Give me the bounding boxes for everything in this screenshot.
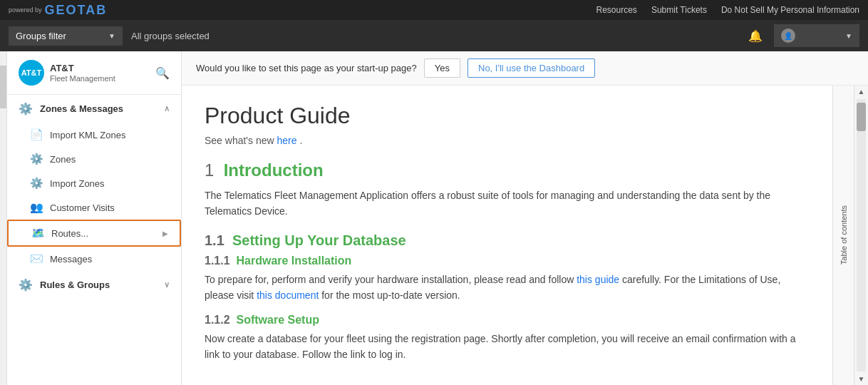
section-1-1-1-heading: 1.1.1 Hardware Installation bbox=[205, 255, 810, 267]
startup-question-text: Would you like to set this page as your … bbox=[196, 63, 417, 73]
sidebar-scroll-thumb bbox=[0, 66, 6, 108]
groups-filter-label: Groups filter bbox=[16, 31, 66, 41]
all-groups-text: All groups selected bbox=[131, 31, 210, 41]
sidebar-logo-name: AT&T bbox=[50, 63, 115, 74]
sidebar-search-icon[interactable]: 🔍 bbox=[155, 66, 170, 80]
nav-section-rules-groups[interactable]: ⚙️ Rules & Groups ∨ bbox=[7, 271, 181, 299]
att-logo-icon: AT&T bbox=[19, 60, 44, 86]
messages-icon: ✉️ bbox=[30, 252, 43, 265]
section-1-1-1-body: To prepare for, perform and verify your … bbox=[205, 272, 810, 304]
this-guide-link[interactable]: this guide bbox=[577, 274, 619, 285]
zones-messages-collapse-icon: ∧ bbox=[164, 104, 170, 113]
sidebar-logo-subtitle: Fleet Management bbox=[50, 74, 115, 83]
sidebar-logo: AT&T AT&T Fleet Management bbox=[19, 60, 115, 86]
scroll-thumb bbox=[857, 103, 866, 131]
import-zones-icon: ⚙️ bbox=[30, 177, 43, 190]
sidebar-item-customer-visits-label: Customer Visits bbox=[50, 202, 115, 213]
sidebar-item-zones-label: Zones bbox=[50, 154, 76, 165]
submit-tickets-link[interactable]: Submit Tickets bbox=[651, 5, 707, 15]
this-document-link[interactable]: this document bbox=[257, 289, 319, 301]
sidebar-item-routes[interactable]: 🗺️ Routes... ▶ bbox=[7, 220, 181, 247]
sidebar-item-messages[interactable]: ✉️ Messages bbox=[7, 247, 181, 271]
groups-filter-button[interactable]: Groups filter ▼ bbox=[9, 26, 123, 46]
resources-link[interactable]: Resources bbox=[596, 5, 637, 15]
zones-messages-icon: ⚙️ bbox=[19, 102, 33, 115]
scroll-down-icon[interactable]: ▼ bbox=[854, 373, 868, 385]
do-not-sell-link[interactable]: Do Not Sell My Personal Information bbox=[721, 5, 859, 15]
scroll-track bbox=[857, 99, 866, 371]
product-guide-title: Product Guide bbox=[205, 103, 810, 129]
sidebar-header: AT&T AT&T Fleet Management 🔍 bbox=[7, 51, 181, 95]
top-bar: powered by GEOTAB Resources Submit Ticke… bbox=[0, 0, 868, 20]
groups-filter-chevron-icon: ▼ bbox=[108, 32, 115, 40]
startup-bar: Would you like to set this page as your … bbox=[182, 51, 868, 86]
rules-groups-chevron-icon: ∨ bbox=[164, 280, 170, 289]
user-menu-button[interactable]: 👤 ▼ bbox=[774, 24, 859, 47]
sidebar-item-import-kml-zones[interactable]: 📄 Import KML Zones bbox=[7, 123, 181, 147]
zones-icon: ⚙️ bbox=[30, 153, 43, 165]
section-1-1-heading: 1.1 Setting Up Your Database bbox=[205, 232, 810, 249]
sidebar-item-routes-label: Routes... bbox=[51, 228, 88, 239]
startup-yes-button[interactable]: Yes bbox=[424, 58, 460, 78]
top-nav: Resources Submit Tickets Do Not Sell My … bbox=[596, 5, 859, 15]
sidebar-nav: ⚙️ Zones & Messages ∧ 📄 Import KML Zones… bbox=[7, 95, 181, 385]
sidebar-item-import-kml-zones-label: Import KML Zones bbox=[50, 130, 125, 140]
rules-groups-icon: ⚙️ bbox=[19, 278, 33, 292]
sidebar-item-zones[interactable]: ⚙️ Zones bbox=[7, 147, 181, 171]
content-area: Would you like to set this page as your … bbox=[182, 51, 868, 385]
user-avatar-icon: 👤 bbox=[781, 29, 795, 43]
geotab-logo: powered by GEOTAB bbox=[9, 3, 107, 18]
customer-visits-icon: 👥 bbox=[30, 201, 43, 214]
sidebar-item-import-zones-label: Import Zones bbox=[50, 178, 105, 189]
sidebar-scrollbar bbox=[0, 51, 7, 385]
sidebar-item-messages-label: Messages bbox=[50, 254, 92, 265]
startup-no-button[interactable]: No, I'll use the Dashboard bbox=[467, 58, 595, 78]
main-container: AT&T AT&T Fleet Management 🔍 ⚙️ Zones & … bbox=[0, 51, 868, 385]
sidebar-logo-text-block: AT&T Fleet Management bbox=[50, 63, 115, 83]
scroll-up-icon[interactable]: ▲ bbox=[854, 86, 868, 98]
section-1-heading: 1 Introduction bbox=[205, 160, 810, 180]
section-1-1-2-heading: 1.1.2 Software Setup bbox=[205, 314, 810, 327]
filter-bar-right: 🔔 👤 ▼ bbox=[748, 24, 859, 47]
section-1-body: The Telematics Fleet Management Applicat… bbox=[205, 188, 810, 220]
user-menu-chevron-icon: ▼ bbox=[845, 32, 852, 40]
see-whats-new-text: See what's new here . bbox=[205, 135, 810, 146]
sidebar: AT&T AT&T Fleet Management 🔍 ⚙️ Zones & … bbox=[7, 51, 182, 385]
toc-label: Table of contents bbox=[838, 200, 849, 270]
nav-section-zones-messages[interactable]: ⚙️ Zones & Messages ∧ bbox=[7, 95, 181, 123]
nav-section-rules-groups-label: Rules & Groups bbox=[40, 279, 110, 290]
filter-bar: Groups filter ▼ All groups selected 🔔 👤 … bbox=[0, 20, 868, 51]
sidebar-item-import-zones[interactable]: ⚙️ Import Zones bbox=[7, 171, 181, 195]
geotab-brand: GEOTAB bbox=[45, 3, 108, 18]
section-1-1-2-body: Now create a database for your fleet usi… bbox=[205, 331, 810, 363]
content-scroll-area: Product Guide See what's new here . 1 In… bbox=[182, 86, 832, 385]
notification-bell-icon[interactable]: 🔔 bbox=[748, 29, 763, 43]
import-kml-zones-icon: 📄 bbox=[30, 128, 43, 141]
routes-chevron-icon: ▶ bbox=[162, 230, 168, 237]
content-scrollbar: ▲ ▼ bbox=[854, 86, 868, 385]
sidebar-item-customer-visits[interactable]: 👥 Customer Visits bbox=[7, 195, 181, 220]
toc-side-panel[interactable]: Table of contents bbox=[832, 86, 854, 385]
routes-icon: 🗺️ bbox=[31, 227, 44, 240]
see-whats-new-link[interactable]: here bbox=[277, 135, 297, 146]
powered-by-text: powered by bbox=[9, 6, 42, 14]
nav-section-zones-label: Zones & Messages bbox=[40, 103, 123, 114]
